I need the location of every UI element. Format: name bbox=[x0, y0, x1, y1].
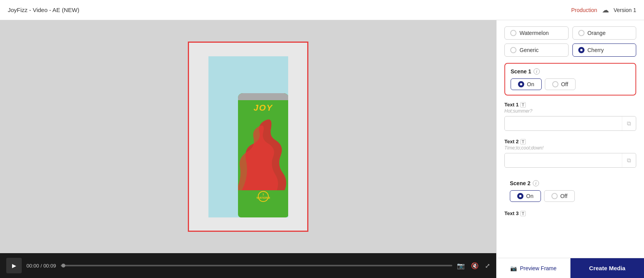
text3-section: Text 3 T bbox=[497, 207, 644, 220]
scene1-on-button[interactable]: On bbox=[511, 78, 542, 90]
play-button[interactable]: ▶ bbox=[6, 258, 22, 273]
scene2-info-icon[interactable]: i bbox=[533, 180, 539, 186]
scene2-box: Scene 2 i On Off bbox=[504, 175, 636, 207]
scene1-off-radio bbox=[552, 81, 558, 87]
scene2-on-button[interactable]: On bbox=[510, 190, 541, 202]
radio-watermelon bbox=[510, 30, 516, 36]
progress-dot bbox=[61, 264, 65, 268]
text2-placeholder: Time;to;cool;down! bbox=[504, 145, 636, 151]
scene1-off-button[interactable]: Off bbox=[545, 78, 576, 90]
scene2-on-radio bbox=[517, 193, 523, 199]
scene1-info-icon[interactable]: i bbox=[534, 68, 540, 75]
flavor-watermelon[interactable]: Watermelon bbox=[504, 26, 569, 40]
scene2-header: Scene 2 i bbox=[510, 180, 631, 186]
text2-copy-icon[interactable]: ⧉ bbox=[622, 153, 636, 167]
production-label: Production bbox=[571, 7, 597, 13]
flavor-generic[interactable]: Generic bbox=[504, 43, 569, 57]
scene2-off-button[interactable]: Off bbox=[544, 190, 575, 202]
text2-input[interactable] bbox=[505, 155, 622, 167]
screenshot-icon[interactable]: 📷 bbox=[457, 262, 465, 269]
text1-section: Text 1 T Hot;summer? ⧉ bbox=[497, 99, 644, 136]
scene1-on-radio bbox=[518, 81, 524, 87]
version-label: Version 1 bbox=[614, 7, 636, 13]
scene1-box: Scene 1 i On Off bbox=[504, 63, 636, 96]
text1-copy-icon[interactable]: ⧉ bbox=[622, 116, 636, 130]
camera-icon: 📷 bbox=[510, 265, 517, 271]
scene2-off-radio bbox=[551, 193, 558, 199]
time-display: 00:00 / 00:09 bbox=[26, 263, 56, 269]
scene1-header: Scene 1 i bbox=[511, 68, 630, 75]
flavor-orange[interactable]: Orange bbox=[572, 26, 637, 40]
can-preview: JOY 1WATERM bbox=[208, 56, 288, 217]
text3-type-icon: T bbox=[520, 211, 526, 216]
text1-input[interactable] bbox=[505, 118, 622, 130]
text2-section: Text 2 T Time;to;cool;down! ⧉ bbox=[497, 136, 644, 172]
text2-type-icon: T bbox=[520, 139, 526, 144]
app-title: JoyFizz - Video - AE (NEW) bbox=[8, 7, 79, 13]
preview-frame-button[interactable]: 📷 Preview Frame bbox=[497, 258, 570, 278]
video-frame: JOY 1WATERM bbox=[188, 42, 308, 232]
bottom-bar: 📷 Preview Frame Create Media bbox=[497, 258, 644, 278]
progress-bar[interactable] bbox=[61, 265, 452, 266]
mute-icon[interactable]: 🔇 bbox=[471, 262, 479, 269]
cloud-icon: ☁ bbox=[602, 6, 609, 14]
radio-generic bbox=[510, 47, 516, 53]
text1-placeholder: Hot;summer? bbox=[504, 108, 636, 114]
flavor-cherry[interactable]: Cherry bbox=[572, 43, 637, 57]
create-media-button[interactable]: Create Media bbox=[570, 258, 644, 278]
radio-cherry bbox=[578, 47, 584, 53]
text1-type-icon: T bbox=[520, 102, 526, 108]
radio-orange bbox=[578, 30, 584, 36]
fullscreen-icon[interactable]: ⤢ bbox=[485, 262, 490, 269]
